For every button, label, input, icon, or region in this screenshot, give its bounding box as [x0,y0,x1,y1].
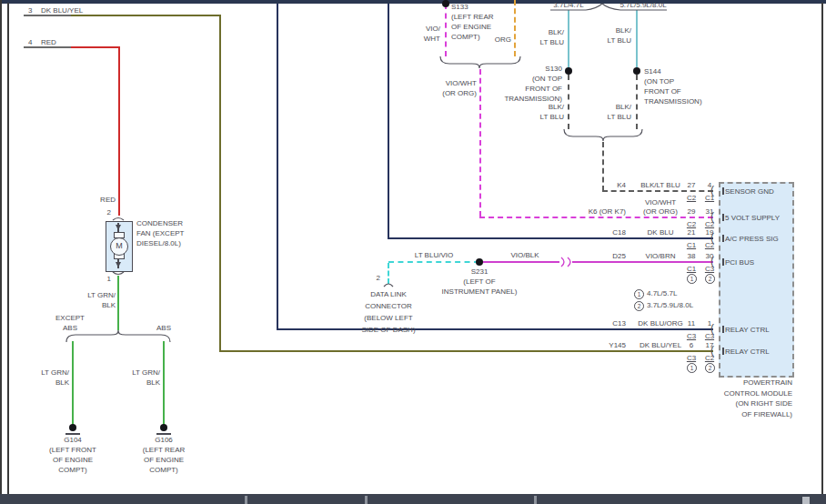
wire-blkltblu-left-d [568,75,569,129]
wire-color-label: LT GRN/ BLK [126,368,160,388]
wire-color-label: VIO/ WHT [417,24,440,44]
circuit-id: K6 (OR K7) [580,207,626,217]
connector-ref: C3 [681,353,701,363]
ground-label-g106: G106 (LEFT REAR OF ENGINE COMPT) [132,435,196,475]
connector-ref: C3 [700,264,720,274]
wire-color-label: LT GRN/ BLK [35,368,69,388]
wire-dkblu-c18 [388,237,713,239]
note-icon: 1 [634,289,644,299]
splice-dot-s133 [442,0,449,7]
splice-join-brace [563,129,643,143]
pin-connector-icon: ( [710,232,714,243]
wire-blkltblu-right-v [636,10,638,69]
pin-number: 2 [98,207,111,217]
wire-dkbluorg-c13 [277,328,713,330]
pin-tick [722,214,724,221]
pin-number: 2 [369,273,380,283]
circuit-id: Y145 [580,340,626,350]
wire-blkltblu-left-v [568,10,569,69]
ground-symbol-g104 [69,424,76,431]
wire-color-label: BLK/ LT BLU [606,25,631,45]
wire-ltgrnblk-left [72,341,74,425]
pin-number: 38 [681,251,701,261]
engine-variant-label: 3.7L/4.7L [542,0,595,10]
pin-number: 1 [98,274,111,284]
circuit-id: K4 [580,180,626,190]
pcm-pin-function: A/C PRESS SIG [725,234,779,244]
pin-number: 1 [700,318,720,328]
wire-color-label: LT BLU/VIO [402,250,466,260]
bottom-bar-separator [534,496,537,504]
pin-connector-icon: ( [710,323,714,334]
wire-dkbluorg-v [277,4,278,329]
splice-dot-s144 [633,67,640,75]
dlc-connector-arc [383,281,394,287]
pcm-pin-function: RELAY CTRL [725,325,770,335]
pin-tick [722,187,724,195]
wire-color-label: VIO/WHT (OR ORG) [435,78,477,98]
circuit-id: C18 [580,227,626,237]
connector-ref: C2 [700,240,720,250]
wire-dkbluyel-y145 [219,350,713,352]
pcm-pin-function: SENSOR GND [725,186,774,197]
splice-label-s144: S144 (ON TOP FRONT OF TRANSMISSION) [644,66,702,106]
pin-number: 6 [681,340,701,350]
wire-color-label: BLK/ LT BLU [539,102,564,122]
wire-color-label: RED [41,37,56,47]
pcm-pin-function: 5 VOLT SUPPLY [725,213,780,223]
wire-blkltblu-right-d [636,75,638,129]
pin-number: 29 [681,207,701,217]
wire-dkbluyel-h [71,15,221,16]
wire-red-h [71,46,120,48]
note-text: 3.7L/5.9L/8.0L [647,300,693,310]
component-label-condenser-fan: CONDENSER FAN (EXCEPT DIESEL/8.0L) [136,218,184,248]
pin-number: 17 [700,340,720,350]
note-icon: 2 [634,301,644,311]
motor-symbol: M [110,237,128,256]
wire-number: 4 [28,37,32,47]
bottom-bar-notch [802,497,810,504]
note-ref-icon: 1 [687,274,697,284]
top-border [0,0,826,4]
circuit-id: C13 [580,318,626,328]
bottom-bar-separator [245,496,247,504]
splice-dot-s231 [476,258,483,266]
pin-tick [722,326,724,333]
circuit-id: D25 [580,251,626,261]
pin-connector-icon: ( [710,185,714,196]
left-border-outer [0,0,2,504]
wire-ltbluvio-h [388,261,479,263]
bottom-bar [0,494,826,504]
splice-label-s231: S231 (LEFT OF INSTRUMENT PANEL) [438,267,520,297]
wire-color-label: DK BLU/YEL [41,5,83,15]
branch-label-except-abs: EXCEPT ABS [52,313,88,333]
pcm-caption: POWERTRAIN CONTROL MODULE (ON RIGHT SIDE… [700,378,792,419]
splice-label-s133: S133 (LEFT REAR OF ENGINE COMPT) [451,2,494,42]
wire-vioblk-d25 [479,261,713,263]
pin-number: 21 [681,227,701,237]
pcm-pin-function: PCI BUS [725,257,754,267]
motor-arrow-bottom [116,262,121,267]
pin-connector-icon: ( [710,256,714,267]
wire-color-label: LT GRN/ BLK [80,290,116,310]
connector-ref: C2 [700,353,720,363]
pin-number: 30 [700,251,720,261]
wire-dkbluyel-v [219,15,221,352]
wire-ltgrnblk-right [163,341,165,425]
wire-color-label: RED [86,195,116,205]
pin-number: 11 [681,318,701,328]
note-text: 4.7L/5.7L [647,288,677,298]
connector-ref: C1 [700,193,720,203]
wire-color-label: VIO/BLK [496,250,554,260]
note-ref-icon: 1 [687,363,697,373]
wiring-diagram-page: 3 DK BLU/YEL 4 RED M RED 2 1 CONDENSER F… [0,0,826,504]
inline-connector-icon [559,257,575,267]
pcm-pin-function: RELAY CTRL [725,347,770,357]
ground-label-g104: G104 (LEFT FRONT OF ENGINE COMPT) [41,435,105,475]
pin-tick [722,258,724,266]
wire-red-v [118,46,120,216]
ground-symbol-g106 [160,424,167,431]
pin-connector-icon: ( [710,211,714,222]
pin-connector-icon: ( [710,345,714,356]
pin-number: 4 [700,180,720,190]
